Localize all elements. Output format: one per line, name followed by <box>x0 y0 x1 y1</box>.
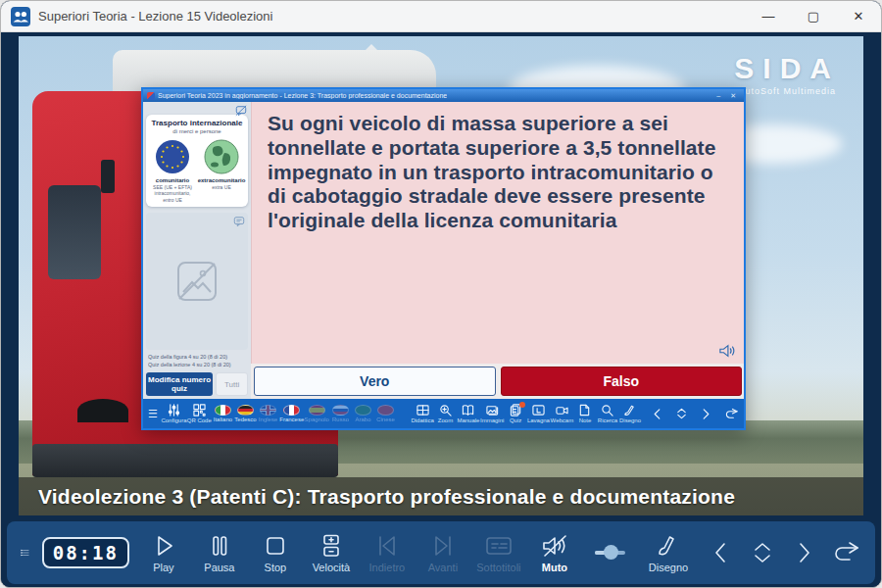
language-tedesco[interactable]: Tedesco <box>236 405 254 422</box>
truck-side-window <box>48 185 101 279</box>
all-quiz-button[interactable]: Tutti <box>216 372 248 396</box>
pause-button[interactable]: Pausa <box>198 533 241 573</box>
image-placeholder <box>146 213 248 350</box>
speed-icon <box>318 533 344 559</box>
draw-button[interactable]: Disegno <box>644 533 693 573</box>
forward-button[interactable]: Avanti <box>421 533 465 573</box>
quiz-info-line1: Quiz della figura 4 su 20 (8 di 20) <box>148 353 246 361</box>
menu-icon[interactable]: ☰ <box>148 408 158 420</box>
configura-button[interactable]: Configura <box>164 404 184 423</box>
speaker-icon[interactable] <box>718 343 736 359</box>
forward-label: Avanti <box>428 562 458 573</box>
quiz-info-line2: Quiz della lezione 4 su 20 (8 di 20) <box>148 361 246 368</box>
no-image-icon <box>171 255 223 308</box>
comment-icon[interactable] <box>233 216 245 227</box>
skip-forward-icon <box>430 533 456 559</box>
language-label: Russo <box>332 416 349 422</box>
tool-manuale[interactable]: Manuale <box>460 404 478 423</box>
player-return-button[interactable] <box>832 541 861 564</box>
language-cinese[interactable]: Cinese <box>377 405 395 422</box>
play-button[interactable]: Play <box>142 533 185 573</box>
language-arabo[interactable]: Arabo <box>355 405 372 422</box>
mute-button[interactable]: Muto <box>533 533 576 573</box>
falso-button[interactable]: Falso <box>501 367 743 396</box>
grid-icon <box>416 404 429 416</box>
tool-disegno[interactable]: Disegno <box>621 404 639 423</box>
lesson-figure-card: Trasporto internazionale di merci e pers… <box>146 115 248 207</box>
tool-label: Quiz <box>510 417 521 423</box>
qr-code-button[interactable]: QR Code <box>189 404 209 423</box>
video-caption-text: Videolezione 3 (Patenti C): Trasporto pr… <box>38 485 735 509</box>
tool-note[interactable]: Note <box>576 404 594 423</box>
minimize-button[interactable]: — <box>746 1 791 32</box>
chevron-right-icon[interactable] <box>701 408 711 420</box>
tool-didattica[interactable]: Didattica <box>414 404 432 423</box>
chevron-left-icon[interactable] <box>652 408 662 420</box>
pause-label: Pausa <box>204 562 234 573</box>
subtitles-icon <box>484 533 514 559</box>
player-chevron-right[interactable] <box>790 541 819 564</box>
tool-webcam[interactable]: Webcam <box>553 404 571 423</box>
comment-disabled-icon[interactable] <box>235 105 247 117</box>
germany-flag-icon <box>237 405 254 416</box>
return-icon[interactable] <box>724 408 739 420</box>
chevron-right-icon <box>797 541 812 564</box>
maximize-button[interactable]: ▢ <box>791 1 836 32</box>
tool-label: Manuale <box>457 417 479 423</box>
mute-icon <box>541 533 568 559</box>
italy-flag-icon <box>215 405 231 416</box>
chevron-left-icon <box>712 541 728 564</box>
tool-label: Webcam <box>551 417 574 423</box>
language-spagnolo[interactable]: Spagnolo <box>307 405 327 422</box>
globe-icon <box>204 139 239 174</box>
tool-lavagna[interactable]: Lavagna <box>529 404 548 423</box>
expand-updown-icon <box>750 540 775 565</box>
expand-updown-icon[interactable] <box>675 407 688 420</box>
tool-immagini[interactable]: Immagini <box>482 404 502 423</box>
uk-flag-icon <box>260 405 276 416</box>
comunitario-sublabel: SEE (UE + EFTA) intracomunitario, entro … <box>149 184 196 203</box>
quiz-window-title: Superiori Teoria 2023 in aggiornamento -… <box>158 92 447 99</box>
extracomunitario-sublabel: extra UE <box>212 184 230 190</box>
stop-button[interactable]: Stop <box>254 533 297 573</box>
language-label: Cinese <box>376 416 395 422</box>
subtitles-button[interactable]: Sottotitoli <box>477 533 520 573</box>
quiz-side-panel: Trasporto internazionale di merci e pers… <box>143 102 251 399</box>
draw-pen-icon <box>656 533 681 559</box>
quiz-window-titlebar[interactable]: Superiori Teoria 2023 in aggiornamento -… <box>143 89 744 102</box>
configura-label: Configura <box>161 417 186 423</box>
window-title: Superiori Teoria - Lezione 15 Videolezio… <box>38 9 272 24</box>
tool-quiz[interactable]: Quiz <box>507 404 524 423</box>
subtitles-label: Sottotitoli <box>476 562 520 573</box>
spain-flag-icon <box>309 405 325 416</box>
window-titlebar: Superiori Teoria - Lezione 15 Videolezio… <box>1 1 881 32</box>
speed-button[interactable]: Velocità <box>310 533 353 573</box>
modify-quiz-number-button[interactable]: Modifica numero quiz <box>146 372 213 396</box>
images-icon <box>486 404 499 416</box>
back-button[interactable]: Indietro <box>366 533 409 573</box>
close-button[interactable]: ✕ <box>836 1 881 32</box>
tool-ricerca[interactable]: Ricerca <box>599 404 616 423</box>
volume-slider[interactable] <box>595 543 625 563</box>
zoom-in-icon <box>439 404 452 416</box>
app-icon <box>11 7 30 26</box>
language-label: Inglese <box>259 416 277 422</box>
stage: SIDA AutoSoft Multimedia Videolezione 3 … <box>1 32 881 587</box>
language-russo[interactable]: Russo <box>332 405 350 422</box>
volume-handle[interactable] <box>604 545 618 560</box>
tool-label: Disegno <box>619 417 641 423</box>
answers-row: Vero Falso <box>251 364 744 399</box>
sida-logo: SIDA AutoSoft Multimedia <box>734 52 840 96</box>
player-chevron-left[interactable] <box>706 541 735 564</box>
qr-code-label: QR Code <box>187 417 212 423</box>
stop-label: Stop <box>265 562 287 573</box>
quiz-window-controls[interactable]: – ✕ <box>716 92 740 100</box>
language-francese[interactable]: Francese <box>282 405 302 422</box>
extracomunitario-label: extracomunitario <box>198 177 246 183</box>
language-italiano[interactable]: Italiano <box>214 405 231 422</box>
playlist-icon[interactable] <box>21 540 29 565</box>
vero-button[interactable]: Vero <box>254 367 496 396</box>
tool-zoom[interactable]: Zoom <box>437 404 455 423</box>
player-expand-updown[interactable] <box>748 540 777 565</box>
language-inglese[interactable]: Inglese <box>260 405 277 422</box>
